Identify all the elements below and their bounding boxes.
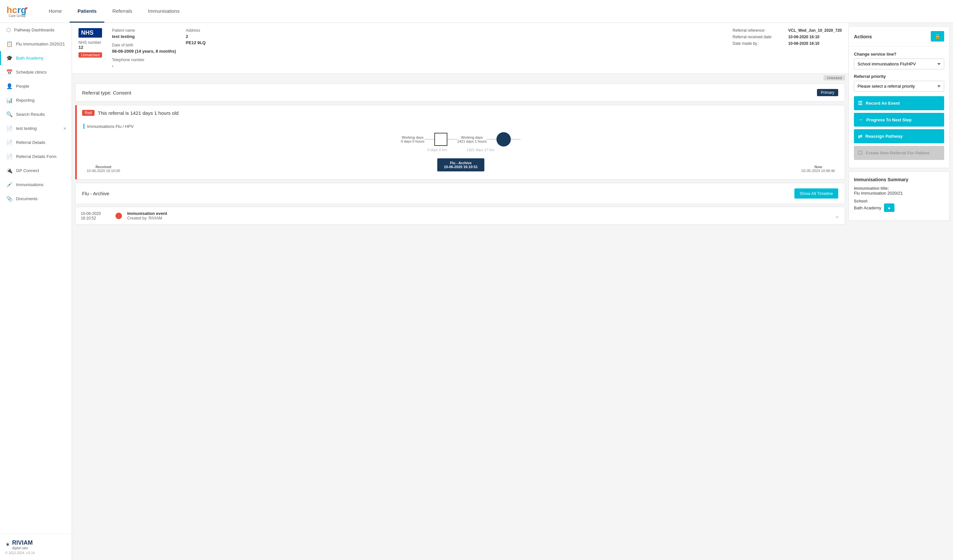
step1-hrs: 0 days 0 hrs (427, 148, 447, 152)
referral-type-text: Referral type: Consent (82, 90, 131, 96)
step2-wd-label: Working days (461, 135, 483, 140)
priority-select[interactable]: Please select a referral priority (854, 81, 944, 92)
unmatched-badge: Unmatched (79, 52, 102, 57)
school-label: School: (854, 199, 944, 203)
summary-title: Immunisations Summary (854, 177, 944, 182)
nhs-number: 12 (79, 45, 102, 50)
create-referral-icon: ☐ (858, 150, 862, 156)
node3: Now 02-05-2024 10:08:46 (802, 165, 835, 173)
event-date: 10-06-202016:10:52 (81, 211, 110, 220)
sidebar-item-label: Immunisations (16, 182, 67, 187)
immunisations-icon: 💉 (6, 181, 13, 188)
step2-hrs: 1421 days 17 hrs (467, 148, 494, 152)
riviam-logo: RIVIAM (12, 540, 33, 546)
test-testing-icon: 📄 (6, 125, 13, 132)
sidebar-item-label: Bath Academy (16, 56, 67, 60)
main-content: NHS NHS number 12 Unmatched Patient name… (72, 23, 848, 560)
school-button[interactable]: ▲ (884, 203, 894, 212)
school-row: Bath Academy ▲ (854, 203, 944, 212)
record-event-icon: ☰ (858, 100, 862, 106)
ref-made-label: Date made by : (733, 41, 785, 46)
step1-wd-label: Working days (402, 135, 424, 140)
sidebar-item-immunisations[interactable]: 💉 Immunisations (0, 178, 71, 192)
create-referral-label: Create New Referral For Patient (866, 150, 930, 155)
sidebar-item-label: GP Connect (16, 168, 67, 173)
gp-connect-icon: 🔌 (6, 168, 13, 174)
flu-immunisation-icon: 📋 (6, 41, 13, 47)
record-event-label: Record An Event (866, 101, 900, 105)
node1: Received 10-06-2020 16:10:00 (87, 165, 120, 173)
referral-info: Referral reference: VCL_Wed_Jun_10_2020_… (733, 28, 842, 46)
imm-title-label: Immunisation title: (854, 186, 944, 191)
sidebar-item-referral-details[interactable]: 📄 Referral Details (0, 135, 71, 149)
address-line2: PE12 9LQ (186, 40, 206, 45)
logo-sub: Care Group (6, 14, 28, 18)
sidebar-item-people[interactable]: 👤 People (0, 79, 71, 93)
sidebar-item-pathway-dashboards[interactable]: ⬡ Pathway Dashboards (0, 23, 71, 37)
sidebar-item-schedule-clinics[interactable]: 📅 Schedule clinics (0, 65, 71, 79)
sidebar-item-flu-immunisation[interactable]: 📋 Flu Immunisation 2020/21 (0, 37, 71, 51)
event-title: Immunisation event (127, 211, 829, 216)
patient-name: test testing (112, 34, 176, 39)
sidebar-item-bath-academy[interactable]: 🎓 Bath Academy (0, 51, 71, 65)
bath-academy-icon: 🎓 (6, 55, 13, 61)
tab-immunisations[interactable]: Immunisations (140, 0, 188, 23)
sidebar-item-test-testing[interactable]: 📄 test testing ✕ (0, 121, 71, 135)
reassign-icon: ⇄ (858, 133, 862, 140)
nav-tabs: Home Patients Referrals Immunisations (41, 0, 188, 23)
sidebar-item-label: Reporting (16, 98, 67, 103)
timeline-age: This referral is 1421 days 1 hours old (98, 110, 178, 116)
actions-title: Actions (854, 34, 872, 39)
copyright: © 2013-2024. v.0.14 (5, 551, 67, 555)
show-all-timeline-button[interactable]: Show All Timeline (795, 188, 838, 199)
service-line-select[interactable]: School immunisations Flu/HPV (854, 59, 944, 69)
phone-label: Telephone number (112, 57, 176, 62)
node1-label: Received (96, 165, 111, 169)
archive-title: Flu - Archive (82, 191, 109, 196)
unlocked-badge: Unlocked (824, 75, 845, 81)
ref-received-value: 10-06-2020 16:10 (788, 35, 819, 39)
reassign-pathway-button[interactable]: ⇄ Reassign Pathway (854, 129, 944, 143)
imm-title-field: Immunisation title: Flu Immunisation 202… (854, 186, 944, 195)
timeline-body: Immunisations Flu / HPV Working days 0 d… (77, 120, 845, 179)
tab-referrals[interactable]: Referrals (104, 0, 140, 23)
close-icon[interactable]: ✕ (63, 126, 67, 131)
sidebar-item-label: People (16, 84, 67, 88)
expand-icon[interactable]: ⌄ (835, 212, 840, 219)
sidebar-item-documents[interactable]: 📎 Documents (0, 192, 71, 206)
sidebar-item-label: Documents (16, 196, 67, 201)
sidebar-item-referral-details-form[interactable]: 📄 Referral Details Form (0, 149, 71, 164)
patient-info: Patient name test testing Date of birth … (112, 28, 176, 68)
actions-header: Actions 🔒 (849, 26, 949, 47)
step1-wd-value: 0 days 0 hours (401, 140, 424, 143)
sidebar-item-reporting[interactable]: 📊 Reporting (0, 93, 71, 107)
primary-badge: Primary (817, 89, 838, 96)
red-badge: Red (82, 110, 95, 116)
sidebar-item-gp-connect[interactable]: 🔌 GP Connect (0, 164, 71, 178)
referral-type-bar: Referral type: Consent Primary (75, 84, 845, 102)
record-event-button[interactable]: ☰ Record An Event (854, 96, 944, 110)
actions-panel: Actions 🔒 Change service line? School im… (848, 26, 950, 168)
step2-wrapper: Working days 1421 days 1 hours (457, 135, 487, 143)
step2-wd-value: 1421 days 1 hours (457, 140, 487, 143)
reassign-pathway-label: Reassign Pathway (865, 134, 903, 139)
event-creator: Created by: RIVIAM (127, 216, 829, 220)
dob-value: 08-08-2009 (14 years, 8 months) (112, 49, 176, 54)
people-icon: 👤 (6, 83, 13, 89)
event-row: 10-06-202016:10:52 Immunisation event Cr… (75, 207, 845, 225)
node3-label: Now (814, 165, 822, 169)
node2: Flu - Archive 10-06-2020 16:10:51 (437, 157, 484, 173)
search-results-icon: 🔍 (6, 111, 13, 118)
lock-button[interactable]: 🔒 (931, 31, 944, 42)
sidebar-item-search-results[interactable]: 🔍 Search Results (0, 107, 71, 121)
event-dot (115, 213, 122, 219)
event-row-inner: 10-06-202016:10:52 Immunisation event Cr… (76, 207, 845, 224)
address-info: Address 2 PE12 9LQ (186, 28, 206, 45)
tab-patients[interactable]: Patients (70, 0, 104, 23)
progress-next-step-button[interactable]: → Progress To Next Step (854, 113, 944, 127)
tab-home[interactable]: Home (41, 0, 70, 23)
sidebar-footer: ✶ RIVIAM digital care © 2013-2024. v.0.1… (0, 534, 71, 560)
ref-ref-label: Referral reference: (733, 28, 785, 33)
service-line-label: Change service line? (854, 52, 944, 57)
documents-icon: 📎 (6, 195, 13, 202)
